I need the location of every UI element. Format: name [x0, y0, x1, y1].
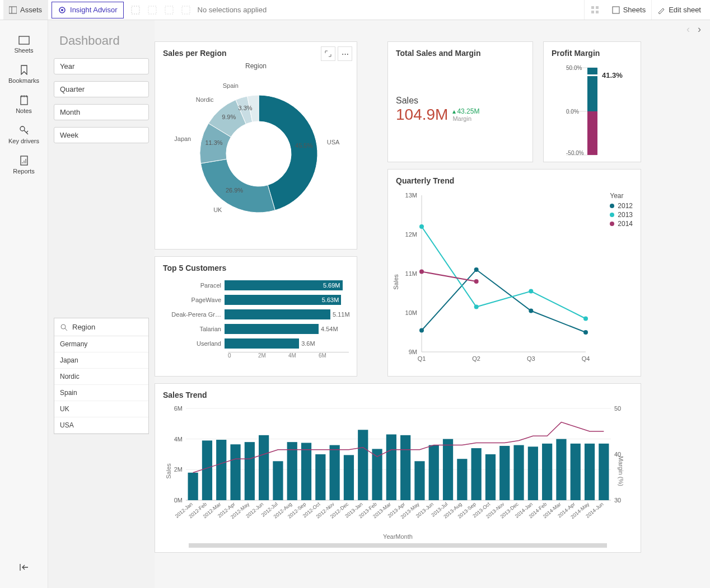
legend-item[interactable]: 2012	[610, 202, 633, 210]
card-kpi[interactable]: Total Sales and Margin Sales 104.9M ▴43.…	[387, 41, 533, 162]
region-filter-header[interactable]: Region	[54, 318, 148, 336]
step-back-button[interactable]	[144, 0, 161, 20]
svg-rect-98	[443, 439, 453, 500]
card-title: Total Sales and Margin	[388, 42, 532, 62]
collapse-button[interactable]	[0, 558, 48, 577]
card-top5[interactable]: Top 5 Customers Paracel5.69MPageWave5.63…	[155, 256, 357, 377]
next-sheet-button[interactable]: ›	[698, 23, 701, 35]
top5-row[interactable]: Paracel5.69M	[163, 279, 349, 291]
edit-sheet-button[interactable]: Edit sheet	[652, 0, 707, 20]
svg-rect-40	[587, 111, 597, 155]
svg-text:11.3%: 11.3%	[205, 139, 222, 146]
svg-text:10M: 10M	[405, 309, 417, 316]
card-title: Quarterly Trend	[388, 170, 641, 190]
region-item[interactable]: Spain	[54, 385, 148, 401]
region-item[interactable]: USA	[54, 417, 148, 434]
dashboard-area: ‹ › Sales per Region ⋯ Region USA45.5%UK…	[155, 20, 710, 588]
top5-row[interactable]: Talarian4.54M	[163, 323, 349, 335]
filter-month[interactable]: Month	[54, 104, 149, 120]
svg-rect-87	[287, 442, 297, 500]
selection-clear-icon	[181, 6, 190, 15]
smart-search-button[interactable]	[127, 0, 144, 20]
notes-icon	[20, 95, 29, 105]
svg-text:4M: 4M	[174, 436, 183, 443]
svg-text:9.9%: 9.9%	[222, 114, 236, 120]
quarterly-legend: Year 201220132014	[610, 192, 633, 229]
svg-rect-13	[19, 36, 29, 44]
legend-item[interactable]: 2013	[610, 211, 633, 219]
svg-rect-109	[599, 444, 609, 500]
sheets-icon	[18, 36, 30, 45]
top5-row[interactable]: PageWave5.63M	[163, 294, 349, 306]
top5-row[interactable]: Deak-Perera Gr…5.11M	[163, 308, 349, 321]
svg-rect-106	[556, 439, 566, 500]
svg-text:50.0%: 50.0%	[566, 65, 582, 71]
sales-trend-xlabel: YearMonth	[383, 533, 413, 540]
no-selections-label: No selections applied	[194, 6, 267, 14]
report-icon	[20, 156, 29, 166]
panel-icon	[9, 6, 17, 14]
assets-button[interactable]: Assets	[3, 0, 48, 20]
card-title: Sales Trend	[155, 384, 641, 404]
rail-bookmarks[interactable]: Bookmarks	[0, 59, 48, 90]
legend-item[interactable]: 2014	[610, 220, 633, 228]
svg-rect-94	[386, 434, 396, 500]
svg-rect-39	[587, 68, 597, 111]
selection-forward-icon	[165, 6, 174, 15]
svg-text:Q3: Q3	[527, 355, 535, 362]
svg-rect-100	[471, 448, 482, 500]
rail-notes[interactable]: Notes	[0, 90, 48, 120]
filter-quarter[interactable]: Quarter	[54, 81, 149, 97]
card-sales-per-region[interactable]: Sales per Region ⋯ Region USA45.5%UK26.9…	[155, 41, 357, 250]
card-title: Top 5 Customers	[155, 257, 357, 277]
svg-rect-85	[259, 435, 269, 500]
svg-text:Spain: Spain	[223, 82, 239, 89]
svg-rect-81	[202, 440, 212, 500]
insight-icon	[58, 6, 67, 15]
left-rail: Sheets Bookmarks Notes Key drivers Repor…	[0, 20, 48, 588]
region-item[interactable]: Germany	[54, 336, 148, 352]
filter-column: Dashboard Year Quarter Month Week Region…	[48, 20, 155, 588]
svg-rect-92	[358, 430, 368, 500]
insight-advisor-button[interactable]: Insight Advisor	[52, 2, 124, 18]
donut-dimension-label: Region	[155, 62, 357, 70]
rail-reports[interactable]: Reports	[0, 150, 48, 180]
svg-rect-10	[591, 11, 594, 13]
legend-title: Year	[610, 192, 633, 200]
clear-selections-button[interactable]	[178, 0, 194, 20]
svg-rect-103	[513, 445, 524, 500]
card-quarterly[interactable]: Quarterly Trend 9M10M11M12M13MSalesQ1Q2Q…	[387, 169, 641, 377]
card-title: Profit Margin	[544, 42, 641, 62]
svg-rect-82	[216, 440, 226, 500]
svg-text:6M: 6M	[174, 405, 183, 412]
rail-sheets[interactable]: Sheets	[0, 30, 48, 59]
filter-year[interactable]: Year	[54, 58, 149, 74]
selection-back-icon	[148, 6, 157, 15]
region-label: Region	[72, 323, 95, 331]
filter-week[interactable]: Week	[54, 127, 149, 143]
svg-text:-50.0%: -50.0%	[566, 150, 584, 156]
svg-text:Japan: Japan	[174, 135, 191, 142]
region-item[interactable]: Japan	[54, 352, 148, 369]
svg-text:12M: 12M	[405, 231, 417, 238]
kpi-sales-value: 104.9M	[396, 106, 448, 124]
rail-key-drivers[interactable]: Key drivers	[0, 120, 48, 150]
sheets-button[interactable]: Sheets	[606, 0, 652, 20]
svg-text:0.0%: 0.0%	[566, 109, 579, 115]
svg-rect-89	[315, 454, 325, 500]
prev-sheet-button[interactable]: ‹	[686, 23, 690, 35]
selections-tool-button[interactable]	[584, 0, 606, 20]
more-button[interactable]: ⋯	[338, 46, 352, 61]
region-item[interactable]: UK	[54, 401, 148, 417]
fullscreen-button[interactable]	[321, 46, 335, 61]
step-forward-button[interactable]	[161, 0, 178, 20]
region-item[interactable]: Nordic	[54, 369, 148, 385]
up-icon: ▴	[452, 107, 456, 115]
svg-point-18	[20, 126, 25, 131]
svg-rect-7	[182, 6, 190, 14]
sales-trend-scrollbar[interactable]	[189, 543, 607, 548]
key-icon	[19, 125, 29, 135]
top5-row[interactable]: Userland3.6M	[163, 337, 349, 350]
card-sales-trend[interactable]: Sales Trend 0M2M4M6M3040502012-Jan2012-F…	[155, 383, 641, 553]
card-profit-margin[interactable]: Profit Margin 41.3%50.0%0.0%-50.0%	[543, 41, 641, 162]
